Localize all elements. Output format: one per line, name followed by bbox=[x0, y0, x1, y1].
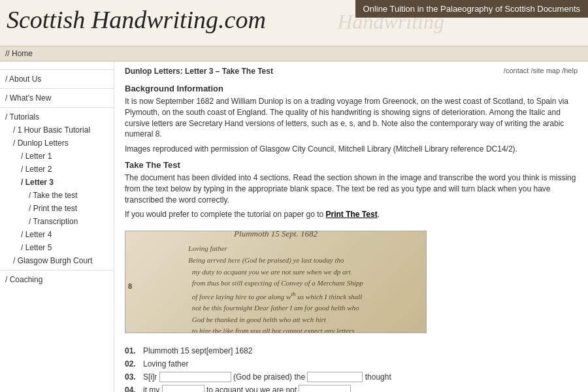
sidebar-item-about[interactable]: / About Us bbox=[0, 73, 114, 86]
layout: / About Us / What's New / Tutorials / 1 … bbox=[0, 61, 588, 392]
trans-input-04b[interactable] bbox=[299, 385, 351, 392]
site-logo: Scottish Handwriting.com bbox=[7, 5, 266, 34]
logo-text: Scottish Handwriting.com bbox=[7, 6, 266, 33]
manuscript-text-content: Plummoth 15 Sept. 1682 Loving father Bei… bbox=[182, 231, 369, 333]
sidebar-item-letter1[interactable]: / Letter 1 bbox=[0, 150, 114, 163]
sidebar-item-glasgow[interactable]: / Glasgow Burgh Court bbox=[0, 254, 114, 267]
trans-line-02: 02. Loving father bbox=[125, 358, 578, 370]
main-content: Dunlop Letters: Letter 3 – Take The Test… bbox=[114, 61, 588, 392]
trans-line-04: 04. it my to acquant you we are not bbox=[125, 384, 578, 392]
sidebar: / About Us / What's New / Tutorials / 1 … bbox=[0, 61, 114, 392]
sidebar-item-transcription[interactable]: / Transcription bbox=[0, 215, 114, 228]
sidebar-item-print-test[interactable]: / Print the test bbox=[0, 202, 114, 215]
sidebar-item-dunlop[interactable]: / Dunlop Letters bbox=[0, 137, 114, 150]
home-link[interactable]: // Home bbox=[5, 49, 33, 58]
sidebar-item-coaching[interactable]: / Coaching bbox=[0, 273, 114, 286]
manuscript-image-1: Plummoth 15 Sept. 1682 Loving father Bei… bbox=[125, 231, 427, 333]
help-link[interactable]: /help bbox=[562, 67, 578, 74]
sidebar-item-tutorials[interactable]: / Tutorials bbox=[0, 110, 114, 123]
background-text1: It is now September 1682 and William Dun… bbox=[125, 96, 578, 140]
sidebar-item-letter2[interactable]: / Letter 2 bbox=[0, 163, 114, 176]
nav-bar: // Home bbox=[0, 46, 588, 61]
sidebar-item-letter5[interactable]: / Letter 5 bbox=[0, 241, 114, 254]
print-prompt: If you would prefer to complete the tuto… bbox=[125, 209, 578, 220]
sidebar-item-letter4[interactable]: / Letter 4 bbox=[0, 228, 114, 241]
sidebar-item-take-test[interactable]: / Take the test bbox=[0, 189, 114, 202]
sidebar-item-whatsnew[interactable]: / What's New bbox=[0, 91, 114, 105]
top-links: /contact /site map /help bbox=[504, 67, 578, 74]
trans-input-04a[interactable] bbox=[162, 385, 204, 392]
sitemap-link[interactable]: /site map bbox=[531, 67, 560, 74]
sidebar-item-letter3[interactable]: / Letter 3 bbox=[0, 176, 114, 189]
trans-input-03b[interactable] bbox=[307, 372, 363, 382]
background-text2: Images reproduced with permission of Gla… bbox=[125, 144, 578, 155]
transcription-lines: 01. Plummoth 15 sept[ember] 1682 02. Lov… bbox=[125, 345, 578, 392]
trans-input-03a[interactable] bbox=[159, 372, 231, 382]
contact-link[interactable]: /contact bbox=[504, 67, 529, 74]
breadcrumb: Dunlop Letters: Letter 3 – Take The Test bbox=[125, 67, 273, 76]
background-title: Background Information bbox=[125, 84, 578, 93]
print-test-link[interactable]: Print The Test bbox=[326, 210, 378, 219]
header-tagline: Online Tuition in the Palaeography of Sc… bbox=[355, 0, 588, 18]
take-test-text: The document has been divided into 4 sec… bbox=[125, 172, 578, 205]
sidebar-item-1hour[interactable]: / 1 Hour Basic Tutorial bbox=[0, 123, 114, 137]
manuscript-image-1-content: Plummoth 15 Sept. 1682 Loving father Bei… bbox=[125, 231, 426, 333]
header: Scottish Handwriting.com Handwriting Onl… bbox=[0, 0, 588, 46]
take-test-title: Take The Test bbox=[125, 160, 578, 170]
trans-line-03: 03. S[i]r (God be praised) the thought bbox=[125, 371, 578, 383]
trans-line-01: 01. Plummoth 15 sept[ember] 1682 bbox=[125, 345, 578, 357]
